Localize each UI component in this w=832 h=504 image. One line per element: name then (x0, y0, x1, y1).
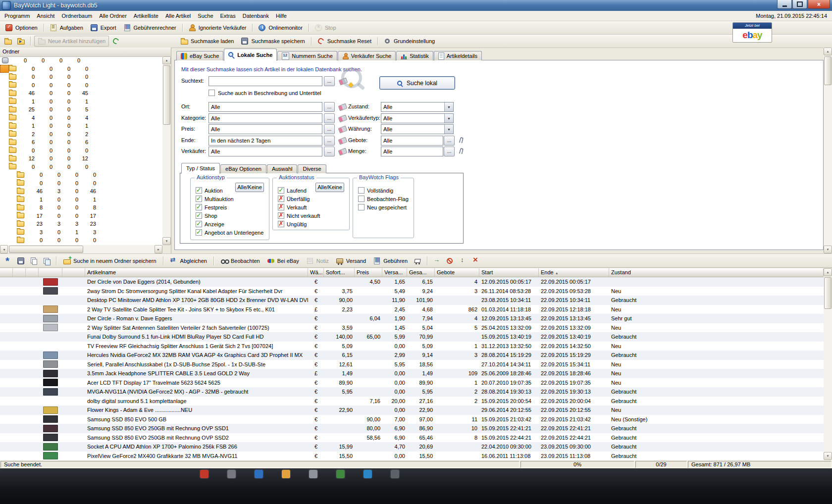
checkbox[interactable] (278, 187, 284, 194)
header-start[interactable]: Start (479, 268, 539, 277)
table-row[interactable]: dolby digital surround 5.1 komplettanlag… (0, 397, 824, 406)
scroll-thumb[interactable] (9, 246, 83, 253)
tree-item[interactable]: adidas f50 adizero -(F10, F30, ... 1 0 0… (0, 122, 9, 130)
scroll-up-icon[interactable]: ▲ (824, 268, 832, 276)
taskbar-app-icon-3[interactable] (255, 470, 263, 478)
filter-subtab[interactable]: Auswahl (267, 164, 298, 173)
checkbox[interactable] (358, 204, 364, 210)
ignore-button[interactable] (444, 255, 456, 266)
header-blank[interactable] (13, 268, 26, 277)
searchmask-button[interactable]: Suchmaske speichern (238, 36, 308, 46)
bei-ebay-button[interactable]: Bei eBay (264, 256, 302, 266)
scroll-down-icon[interactable]: ▼ (824, 452, 832, 460)
checkbox[interactable] (358, 196, 364, 202)
scroll-thumb[interactable] (163, 65, 170, 125)
table-row[interactable]: Samsung SSD 850 EVO 250GB mit Rechnung O… (0, 433, 824, 443)
tree-item[interactable]: 2 way splitter -(headphone, ph... 25 0 0… (0, 105, 9, 114)
checkbox[interactable] (196, 204, 202, 210)
checkbox[interactable] (358, 187, 364, 194)
filter-subtab[interactable]: eBay Optionen (220, 164, 266, 173)
scroll-track[interactable] (162, 64, 171, 237)
folder-move-button[interactable] (15, 36, 27, 47)
tree-item[interactable]: das märchen vom apfelmänn... 1 0 0 1 (0, 196, 17, 204)
tree-item[interactable]: Bücher 0 0 0 0 (0, 163, 9, 171)
toolbar-button[interactable]: Optionen (2, 23, 41, 33)
filter-subtab[interactable]: Diverse (298, 164, 326, 173)
taskbar-app-icon-8[interactable] (391, 470, 399, 478)
attachment-icon[interactable] (459, 148, 464, 154)
field-select[interactable]: Alle ▼ (381, 113, 454, 123)
searchmask-button[interactable]: Suchmaske Reset (314, 36, 374, 46)
taskbar-app-icon-2[interactable] (227, 470, 236, 478)
tree-horizontal-scrollbar[interactable]: ◄ ► (0, 245, 162, 253)
scroll-thumb[interactable] (824, 277, 832, 309)
table-row[interactable]: Acer LCD TFT Display 17" Travelmate 5623… (0, 378, 824, 388)
refresh-button[interactable] (110, 36, 122, 47)
versand-button[interactable]: Versand (333, 256, 369, 266)
tree-item[interactable]: adidas kaiser 5 2 0 0 2 (0, 130, 9, 139)
scroll-track[interactable] (8, 245, 155, 253)
searchmask-button[interactable]: Suchmaske laden (177, 36, 237, 46)
searchmask-button[interactable]: Grundeinstellung (380, 36, 438, 46)
tree-item[interactable]: # 2d vor 0 0 0 0 (0, 65, 9, 73)
tree-item[interactable]: # 2d zurück 0 0 0 0 (0, 73, 9, 81)
checkbox[interactable] (278, 212, 284, 219)
table-row[interactable]: Funai Dolby Surround 5.1 fun-Link HDMI B… (0, 332, 824, 342)
tree-item[interactable]: alain de botton 0 0 0 0 (0, 171, 17, 179)
table-row[interactable]: MVGA-NVG11A (NVIDIA GeForce2 MX) - AGP -… (0, 387, 824, 397)
save-button[interactable] (15, 255, 27, 266)
table-row[interactable]: Desktop PC Minitower AMD Athlon XP 1700+… (0, 296, 824, 305)
filter-subtab[interactable]: Typ / Status (181, 163, 220, 174)
header-blank[interactable] (62, 268, 85, 277)
beobachten-button[interactable]: Beobachten (217, 256, 263, 266)
header-preis[interactable]: Preis (355, 268, 382, 277)
scroll-up-icon[interactable]: ▲ (162, 56, 171, 64)
table-row[interactable]: 2 Way TV Satellite Cable Splitter Tee Ki… (0, 305, 824, 314)
open-search-folder-button[interactable] (2, 36, 14, 47)
copy-button[interactable] (28, 255, 40, 266)
menu-item[interactable]: Artikelliste (130, 11, 162, 20)
tree-item[interactable]: Die Schlafwandler Christoph... 17 0 0 17 (0, 212, 17, 220)
tree-item[interactable]: adidas copa mundial -(cup, goal... 4 0 0… (0, 114, 9, 122)
tree-item[interactable]: Cronin Passage Trilogy 46 3 0 46 (0, 187, 17, 196)
scroll-track[interactable] (824, 55, 832, 246)
table-row[interactable]: Der Circle - Roman v. Dave Eggers € 6,04… (0, 314, 824, 323)
title-bar[interactable]: BayWotch Light - baywotch.db5 × (0, 0, 832, 11)
tree-item[interactable]: # Käufe # 46 0 0 45 (0, 89, 9, 98)
table-row[interactable]: Hercules Nvidia GeForce2 MX 32MB RAM VGA… (0, 351, 824, 360)
minimize-button[interactable] (777, 0, 792, 9)
menu-item[interactable]: Extras (217, 11, 239, 20)
dropdown-arrow-icon[interactable]: ▼ (444, 125, 453, 134)
header-blank[interactable] (39, 268, 62, 277)
table-row[interactable]: Der Circle von Dave Eggers (2014, Gebund… (0, 277, 824, 287)
gebuehren-button[interactable]: Gebühren (370, 256, 411, 266)
menu-item[interactable]: Alle Ordner (96, 11, 130, 20)
taskbar-app-icon-6[interactable] (336, 470, 345, 478)
search-area-scrollbar[interactable]: ▲ ▼ (824, 48, 832, 253)
header-gebote[interactable]: Gebote (435, 268, 479, 277)
table-row[interactable]: Flower Kings - Adam & Eve ..............… (0, 405, 824, 415)
table-row[interactable]: Socket A CPU AMD Athlon XP 1700+ Palomin… (0, 442, 824, 452)
ebay-badge[interactable]: Jetzt bei ebay (732, 22, 772, 43)
header-blank[interactable] (0, 268, 13, 277)
header-versand[interactable]: Versa... (382, 268, 407, 277)
menu-item[interactable]: Suche (194, 11, 216, 20)
abgleichen-button[interactable]: Abgleichen (167, 256, 210, 266)
notiz-button[interactable]: Notiz (303, 256, 332, 266)
menu-item[interactable]: Programm (1, 11, 33, 20)
tree-item[interactable]: Datenbank [baywotch.db5] 0 0 0 0 (0, 56, 2, 65)
menu-item[interactable]: Hilfe (272, 11, 290, 20)
header-gesamt[interactable]: Gesa... (407, 268, 435, 277)
header-sofort[interactable]: Sofort... (324, 268, 355, 277)
search-local-button[interactable]: Suche lokal (379, 76, 455, 90)
header-ende[interactable]: Ende▲ (539, 268, 609, 277)
menu-item[interactable]: Alle Artikel (162, 11, 194, 20)
toolbar-button[interactable]: Ignorierte Verkäufer (185, 23, 250, 33)
field-browse-button[interactable]: ... (444, 147, 455, 156)
new-articles-button[interactable]: Neue Artikel hinzufügen (34, 36, 109, 47)
checkbox[interactable] (278, 204, 284, 210)
tree-item[interactable]: botsman collaborative consu... 0 0 0 0 (0, 179, 17, 188)
search-tab[interactable]: Verkäufer Suche (338, 51, 396, 60)
tree-item[interactable]: adidas predator -(adizero,predit... 6 0 … (0, 138, 9, 147)
field-browse-button[interactable]: ... (444, 136, 455, 146)
